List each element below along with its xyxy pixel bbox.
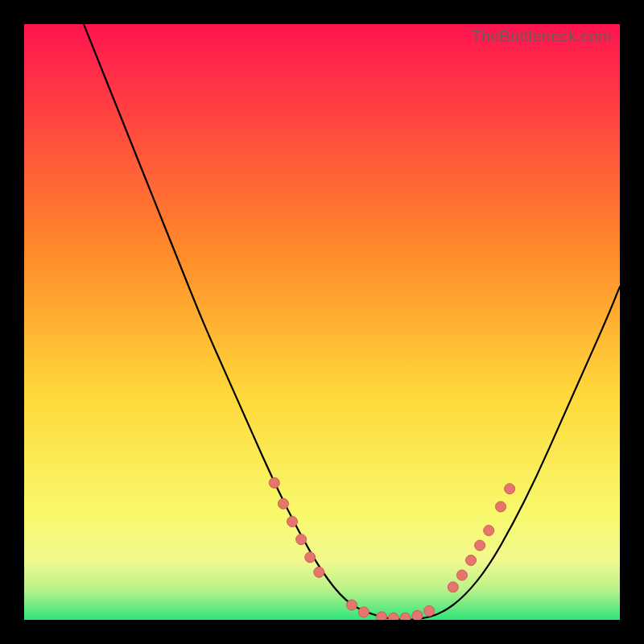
curve-marker bbox=[484, 526, 494, 536]
curve-marker bbox=[456, 570, 467, 580]
curve-marker bbox=[412, 610, 423, 620]
curve-marker bbox=[448, 582, 458, 592]
curve-marker bbox=[358, 607, 369, 617]
curve-marker bbox=[505, 484, 515, 494]
curve-marker bbox=[287, 516, 298, 526]
gradient-background bbox=[24, 24, 620, 620]
curve-marker bbox=[466, 555, 477, 566]
curve-marker bbox=[496, 502, 506, 512]
curve-marker bbox=[278, 498, 288, 509]
curve-marker bbox=[269, 477, 279, 488]
curve-marker bbox=[314, 567, 324, 577]
curve-marker bbox=[305, 552, 316, 563]
bottleneck-chart bbox=[24, 24, 620, 620]
chart-frame: TheBottleneck.com bbox=[24, 24, 620, 620]
curve-marker bbox=[388, 613, 398, 620]
curve-marker bbox=[347, 600, 357, 610]
watermark-text: TheBottleneck.com bbox=[471, 27, 612, 46]
curve-marker bbox=[377, 612, 387, 620]
curve-marker bbox=[296, 535, 307, 545]
curve-marker bbox=[475, 540, 485, 551]
curve-marker bbox=[400, 613, 411, 620]
curve-marker bbox=[424, 605, 435, 616]
